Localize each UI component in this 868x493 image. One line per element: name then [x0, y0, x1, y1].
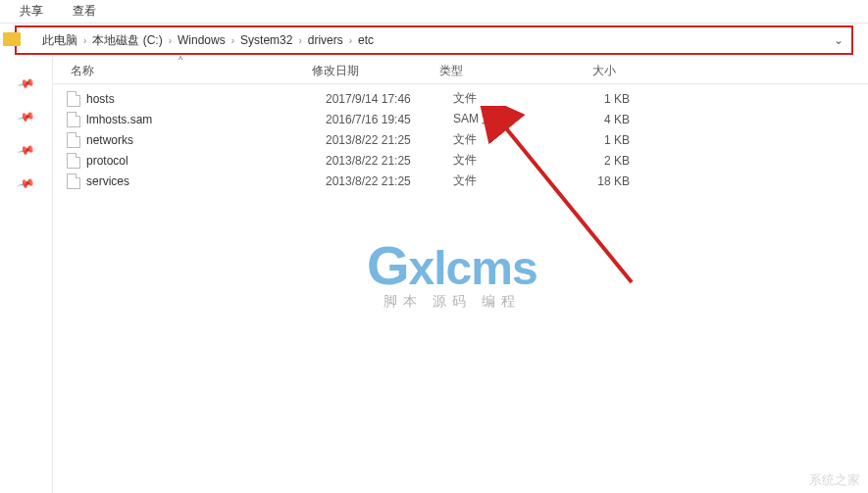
file-size: 4 KB [571, 113, 649, 126]
chevron-right-icon: › [169, 35, 172, 46]
file-type: 文件 [453, 152, 571, 169]
file-icon [67, 91, 80, 107]
watermark: Gxlcms 脚本 源码 编程 [367, 233, 537, 311]
column-size[interactable]: 大小 [557, 63, 636, 79]
file-icon [67, 173, 80, 189]
sort-indicator-icon: ^ [179, 55, 182, 65]
file-size: 1 KB [571, 92, 649, 106]
file-name: hosts [86, 92, 326, 106]
file-row[interactable]: services2013/8/22 21:25文件18 KB [53, 171, 868, 191]
pin-icon[interactable]: 📌 [17, 74, 36, 93]
crumb-5[interactable]: etc [358, 33, 374, 47]
file-name: protocol [86, 154, 326, 168]
file-type: 文件 [453, 173, 571, 189]
file-date: 2013/8/22 21:25 [326, 154, 453, 168]
toolbar-share[interactable]: 共享 [20, 3, 43, 20]
sidebar: 📌 📌 📌 📌 [0, 57, 53, 493]
address-dropdown-icon[interactable]: ⌄ [834, 33, 851, 47]
file-type: SAM 文件 [453, 111, 571, 127]
crumb-2[interactable]: Windows [178, 33, 226, 47]
crumb-1[interactable]: 本地磁盘 (C:) [92, 32, 162, 49]
chevron-right-icon: › [83, 35, 86, 46]
chevron-right-icon: › [349, 35, 352, 46]
crumb-4[interactable]: drivers [308, 33, 343, 47]
column-name[interactable]: 名称 [67, 63, 312, 79]
file-row[interactable]: protocol2013/8/22 21:25文件2 KB [53, 150, 868, 171]
file-icon [67, 153, 80, 169]
breadcrumb: 此电脑 › 本地磁盘 (C:) › Windows › System32 › d… [42, 32, 834, 49]
column-headers: ^ 名称 修改日期 类型 大小 [53, 57, 868, 84]
toolbar-view[interactable]: 查看 [73, 3, 96, 20]
file-date: 2016/7/16 19:45 [326, 113, 453, 126]
file-icon [67, 112, 80, 127]
pin-icon[interactable]: 📌 [17, 173, 36, 193]
toolbar: 共享 查看 [0, 0, 868, 24]
file-icon [67, 132, 80, 148]
file-type: 文件 [453, 131, 571, 148]
file-size: 18 KB [571, 174, 649, 188]
footer-watermark: 系统之家 [809, 471, 860, 489]
chevron-right-icon: › [231, 35, 234, 46]
file-type: 文件 [453, 90, 571, 107]
file-date: 2017/9/14 17:46 [326, 92, 453, 106]
crumb-0[interactable]: 此电脑 [42, 32, 77, 49]
pin-icon[interactable]: 📌 [17, 140, 36, 160]
chevron-right-icon: › [298, 35, 301, 46]
address-bar[interactable]: 此电脑 › 本地磁盘 (C:) › Windows › System32 › d… [15, 25, 853, 55]
file-date: 2013/8/22 21:25 [326, 174, 453, 188]
file-row[interactable]: lmhosts.sam2016/7/16 19:45SAM 文件4 KB [53, 109, 868, 129]
watermark-subtitle: 脚本 源码 编程 [367, 293, 537, 311]
file-list-pane: ^ 名称 修改日期 类型 大小 hosts2017/9/14 17:46文件1 … [53, 57, 868, 493]
column-date[interactable]: 修改日期 [312, 63, 439, 79]
watermark-logo: Gxlcms [367, 233, 537, 297]
file-date: 2013/8/22 21:25 [326, 133, 453, 147]
folder-icon [3, 32, 21, 46]
file-size: 1 KB [571, 133, 649, 147]
file-name: services [86, 174, 326, 188]
file-name: networks [86, 133, 326, 147]
file-size: 2 KB [571, 154, 649, 168]
file-row[interactable]: hosts2017/9/14 17:46文件1 KB [53, 88, 868, 109]
column-type[interactable]: 类型 [439, 63, 557, 79]
pin-icon[interactable]: 📌 [17, 107, 36, 126]
crumb-3[interactable]: System32 [240, 33, 292, 47]
file-name: lmhosts.sam [86, 113, 326, 126]
file-row[interactable]: networks2013/8/22 21:25文件1 KB [53, 129, 868, 150]
